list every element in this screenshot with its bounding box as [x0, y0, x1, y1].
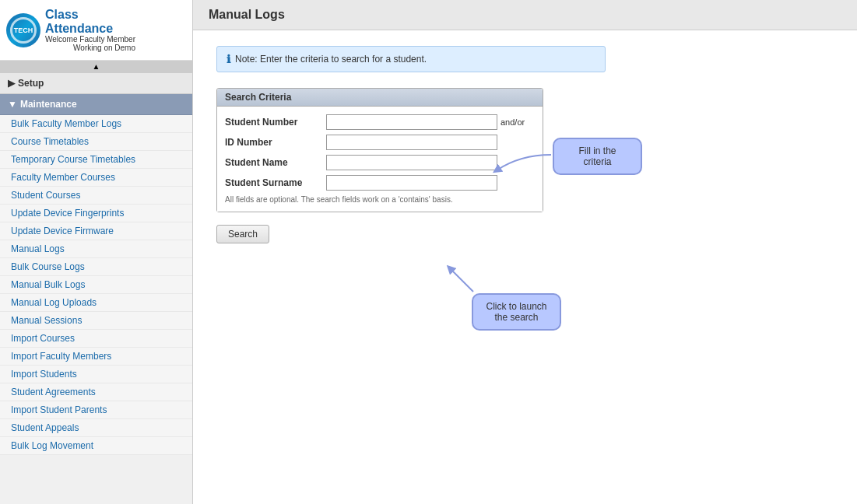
sidebar-item-student-agreements[interactable]: Student Agreements — [0, 383, 192, 401]
sidebar-item-manual-logs[interactable]: Manual Logs — [0, 240, 192, 258]
student-name-input[interactable] — [326, 155, 497, 170]
sidebar-item-bulk-course-logs[interactable]: Bulk Course Logs — [0, 258, 192, 276]
id-number-row: ID Number — [225, 135, 535, 150]
student-name-label: Student Name — [225, 157, 326, 168]
fields-note: All fields are optional. The search fiel… — [225, 195, 535, 207]
click-search-text: Click to launch the search — [486, 301, 546, 323]
sidebar-item-temporary-course-timetables[interactable]: Temporary Course Timetables — [0, 151, 192, 169]
id-number-input[interactable] — [326, 135, 497, 150]
app-name-wrap: ClassAttendance Welcome Faculty Member W… — [45, 8, 135, 52]
info-icon: ℹ — [227, 53, 230, 65]
click-search-tooltip: Click to launch the search — [472, 293, 561, 331]
search-criteria-content: Student Number and/or ID Number Student … — [217, 107, 543, 212]
fill-criteria-text: Fill in the criteria — [578, 145, 616, 167]
maintenance-header[interactable]: ▼ Maintenance — [0, 94, 192, 115]
sidebar-item-manual-bulk-logs[interactable]: Manual Bulk Logs — [0, 276, 192, 294]
scroll-up-arrow[interactable]: ▲ — [0, 61, 192, 72]
search-button[interactable]: Search — [216, 225, 269, 243]
maintenance-arrow-icon: ▼ — [8, 99, 17, 110]
note-text: Note: Enter the criteria to search for a… — [235, 54, 427, 65]
student-surname-input[interactable] — [326, 175, 497, 191]
app-logo: TECH — [6, 13, 40, 47]
sidebar-item-import-courses[interactable]: Import Courses — [0, 330, 192, 348]
content-area: ℹ Note: Enter the criteria to search for… — [193, 30, 857, 504]
setup-label: Setup — [18, 78, 44, 89]
note-box: ℹ Note: Enter the criteria to search for… — [216, 46, 606, 72]
sidebar-item-manual-log-uploads[interactable]: Manual Log Uploads — [0, 294, 192, 312]
setup-arrow-icon: ▶ — [8, 78, 15, 89]
sidebar-item-update-device-firmware[interactable]: Update Device Firmware — [0, 222, 192, 240]
sidebar-item-import-student-parents[interactable]: Import Student Parents — [0, 401, 192, 419]
search-criteria-title: Search Criteria — [217, 89, 543, 107]
sidebar-item-update-device-fingerprints[interactable]: Update Device Fingerprints — [0, 205, 192, 222]
logo-tech-label: TECH — [14, 26, 33, 34]
maintenance-section: ▼ Maintenance Bulk Faculty Member Logs C… — [0, 94, 192, 455]
sidebar-item-manual-sessions[interactable]: Manual Sessions — [0, 312, 192, 330]
setup-header[interactable]: ▶ Setup — [0, 72, 192, 94]
sidebar-item-bulk-log-movement[interactable]: Bulk Log Movement — [0, 437, 192, 455]
student-number-row: Student Number and/or — [225, 114, 535, 130]
sidebar-header: TECH ClassAttendance Welcome Faculty Mem… — [0, 0, 192, 61]
sidebar-item-import-students[interactable]: Import Students — [0, 366, 192, 383]
student-surname-label: Student Surname — [225, 177, 326, 188]
main-content: Manual Logs ℹ Note: Enter the criteria t… — [193, 0, 857, 504]
student-number-label: Student Number — [225, 117, 326, 128]
working-text: Working on Demo — [45, 44, 135, 52]
sidebar: TECH ClassAttendance Welcome Faculty Mem… — [0, 0, 193, 504]
id-number-label: ID Number — [225, 137, 326, 148]
page-title: Manual Logs — [193, 0, 857, 30]
student-surname-row: Student Surname — [225, 175, 535, 191]
maintenance-label: Maintenance — [20, 99, 77, 110]
welcome-text: Welcome Faculty Member — [45, 35, 135, 44]
sidebar-item-course-timetables[interactable]: Course Timetables — [0, 133, 192, 151]
sidebar-item-bulk-faculty-member-logs[interactable]: Bulk Faculty Member Logs — [0, 115, 192, 133]
sidebar-item-import-faculty-members[interactable]: Import Faculty Members — [0, 348, 192, 366]
sidebar-item-student-appeals[interactable]: Student Appeals — [0, 419, 192, 437]
student-number-input[interactable] — [326, 114, 497, 130]
search-button-area: Search — [216, 225, 834, 243]
setup-section: ▶ Setup — [0, 72, 192, 94]
fill-criteria-tooltip: Fill in the criteria — [553, 138, 642, 175]
search-criteria-box: Search Criteria Student Number and/or ID… — [216, 88, 543, 212]
andor-label: and/or — [501, 117, 525, 127]
sidebar-item-faculty-member-courses[interactable]: Faculty Member Courses — [0, 169, 192, 187]
sidebar-item-student-courses[interactable]: Student Courses — [0, 187, 192, 205]
maintenance-links: Bulk Faculty Member Logs Course Timetabl… — [0, 115, 192, 455]
app-name: ClassAttendance — [45, 8, 135, 35]
student-name-row: Student Name — [225, 155, 535, 170]
